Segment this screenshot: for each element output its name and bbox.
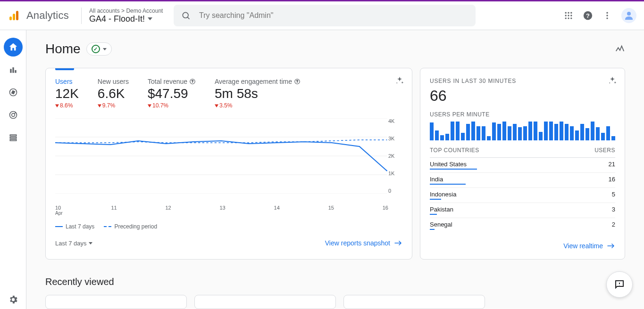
countries-header: TOP COUNTRIES USERS (430, 147, 615, 154)
svg-point-11 (568, 17, 569, 19)
metric-row: Users12K 8.6%New users6.6K 9.7%Total rev… (55, 78, 402, 109)
chart-legend: Last 7 days Preceding period (55, 223, 402, 230)
country-name: Pakistan (430, 206, 612, 213)
users-line-chart: 4K3K2K1K0 (55, 118, 402, 203)
page-title: Home (45, 41, 81, 57)
range-selector[interactable]: Last 7 days (55, 240, 92, 247)
view-realtime-link[interactable]: View realtime (563, 242, 615, 250)
metric-value: 5m 58s (215, 86, 301, 101)
svg-rect-2 (16, 11, 18, 20)
svg-rect-0 (9, 16, 12, 20)
svg-rect-25 (10, 135, 16, 136)
svg-rect-20 (12, 67, 14, 73)
nav-configure[interactable] (4, 128, 23, 147)
recent-card[interactable] (45, 295, 187, 309)
nav-explore[interactable] (4, 83, 23, 102)
help-icon[interactable]: ? (583, 10, 593, 21)
svg-point-4 (565, 12, 567, 14)
product-name: Analytics (26, 9, 69, 22)
realtime-value: 66 (430, 87, 615, 105)
sparkle-icon[interactable] (395, 76, 404, 85)
country-row[interactable]: Indonesia5 (430, 187, 615, 203)
status-chip[interactable]: ✓ (86, 42, 112, 56)
view-reports-snapshot-link[interactable]: View reports snapshot (325, 239, 402, 247)
nav-reports[interactable] (4, 60, 23, 79)
country-row[interactable]: Pakistan3 (430, 203, 615, 218)
country-name: India (430, 176, 609, 183)
country-users: 5 (612, 191, 615, 200)
country-row[interactable]: United States21 (430, 157, 615, 172)
metric-label: Average engagement time ? (215, 78, 301, 85)
header-actions: ? (564, 8, 636, 23)
metric-new-users[interactable]: New users6.6K 9.7% (98, 78, 129, 109)
metric-label: Users (55, 78, 79, 85)
nav-advertising[interactable] (4, 106, 23, 124)
svg-point-7 (565, 15, 567, 16)
cards-row: Users12K 8.6%New users6.6K 9.7%Total rev… (45, 68, 625, 260)
nav-home[interactable] (4, 38, 23, 57)
metric-label: New users (98, 78, 129, 85)
country-name: Senegal (430, 221, 612, 228)
svg-rect-27 (10, 139, 16, 141)
caret-down-icon (148, 17, 152, 20)
svg-point-15 (606, 12, 608, 14)
nav-admin[interactable] (4, 290, 23, 309)
check-icon: ✓ (92, 45, 100, 53)
app-shell: Home ✓ Users12K 8.6%New users6.6K 9.7%To… (0, 30, 644, 309)
realtime-card: USERS IN LAST 30 MINUTES 66 USERS PER MI… (420, 68, 625, 260)
property-name: GA4 - Flood-It! (89, 14, 145, 24)
metric-delta: 9.7% (98, 102, 129, 109)
search-box[interactable] (174, 5, 476, 26)
svg-point-16 (606, 15, 608, 16)
svg-rect-21 (15, 70, 16, 73)
country-users: 2 (612, 221, 615, 230)
country-users: 3 (612, 206, 615, 215)
overview-footer: Last 7 days View reports snapshot (55, 239, 402, 247)
svg-text:?: ? (192, 80, 193, 83)
metric-total-revenue[interactable]: Total revenue ?$47.59 10.7% (148, 78, 196, 109)
search-input[interactable] (198, 11, 468, 20)
avatar[interactable] (621, 8, 636, 23)
metric-label: Total revenue ? (148, 78, 196, 85)
country-row[interactable]: Senegal2 (430, 218, 615, 233)
insights-icon[interactable] (615, 44, 625, 54)
realtime-subtitle: USERS PER MINUTE (430, 111, 615, 118)
top-countries-list: United States21India16Indonesia5Pakistan… (430, 157, 615, 233)
sparkle-icon[interactable] (608, 76, 617, 85)
feedback-fab[interactable] (606, 271, 633, 298)
svg-point-8 (568, 15, 569, 16)
more-vert-icon[interactable] (602, 11, 612, 20)
svg-point-17 (606, 17, 608, 19)
svg-point-24 (11, 114, 15, 117)
metric-delta: 3.5% (215, 102, 301, 109)
country-users: 21 (609, 161, 615, 170)
analytics-logo-icon (8, 9, 21, 22)
country-name: Indonesia (430, 191, 612, 198)
realtime-footer: View realtime (430, 242, 615, 250)
account-selector[interactable]: All accounts > Demo Account GA4 - Flood-… (81, 8, 166, 24)
recent-card[interactable] (343, 295, 485, 309)
country-row[interactable]: India16 (430, 172, 615, 187)
metric-users[interactable]: Users12K 8.6% (55, 78, 79, 109)
svg-point-5 (568, 12, 569, 14)
metric-delta: 8.6% (55, 102, 79, 109)
nav-rail (0, 30, 26, 309)
caret-down-icon (103, 48, 107, 50)
breadcrumb: All accounts > Demo Account (89, 8, 166, 14)
apps-icon[interactable] (564, 11, 573, 20)
svg-point-12 (570, 17, 572, 19)
svg-point-18 (627, 12, 631, 16)
metric-value: 12K (55, 86, 79, 101)
svg-point-9 (570, 15, 572, 16)
metric-delta: 10.7% (148, 102, 196, 109)
metric-average-engagement-time[interactable]: Average engagement time ?5m 58s 3.5% (215, 78, 301, 109)
svg-point-3 (183, 12, 188, 18)
app-header: Analytics All accounts > Demo Account GA… (0, 0, 644, 30)
svg-text:?: ? (586, 12, 590, 19)
line-chart-svg (55, 118, 402, 194)
country-users: 16 (609, 176, 615, 185)
users-per-minute-sparkline (430, 122, 615, 140)
recent-card[interactable] (194, 295, 336, 309)
tab-indicator (55, 68, 74, 70)
svg-text:?: ? (296, 80, 298, 83)
